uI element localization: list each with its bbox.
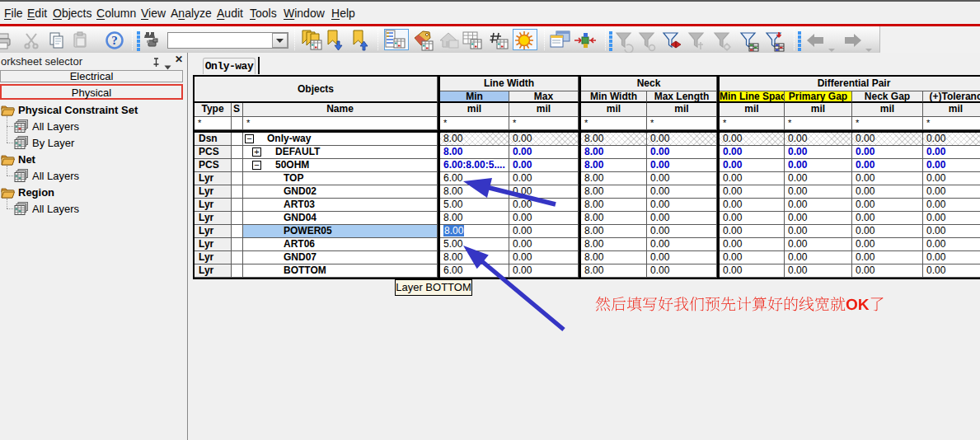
- svg-text:?: ?: [111, 34, 118, 47]
